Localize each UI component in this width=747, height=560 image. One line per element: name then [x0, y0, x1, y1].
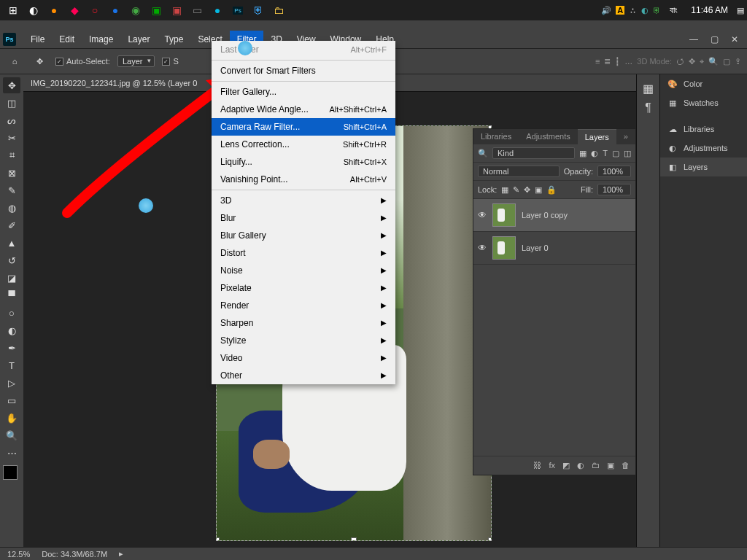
move-tool-icon[interactable]: ✥ [31, 52, 48, 70]
filter-item-other[interactable]: Other▶ [212, 367, 395, 384]
dodge-tool[interactable]: ◐ [3, 322, 20, 338]
panel-libraries[interactable]: ☁Libraries [660, 120, 747, 139]
layer-thumbnail[interactable] [492, 203, 516, 227]
properties-icon[interactable]: ▦ [643, 82, 654, 96]
eraser-tool[interactable]: ◪ [3, 270, 20, 286]
taskbar-app2-icon[interactable]: ◉ [125, 0, 146, 20]
filter-item-blur[interactable]: Blur▶ [212, 209, 395, 227]
doc-size[interactable]: Doc: 34.3M/68.7M [42, 550, 107, 559]
lasso-tool[interactable]: ᔕ [3, 112, 20, 128]
taskbar-imo-icon[interactable]: ● [207, 0, 228, 20]
delete-layer-icon[interactable]: 🗑 [622, 461, 630, 470]
heal-tool[interactable]: ◍ [3, 200, 20, 216]
taskbar-app4-icon[interactable]: ▣ [166, 0, 187, 20]
type-tool[interactable]: T [3, 357, 20, 373]
filter-item-render[interactable]: Render▶ [212, 297, 395, 314]
tray-language[interactable]: বাং [665, 5, 682, 15]
tray-notif-icon[interactable]: ⛬ [629, 6, 637, 15]
filter-item-noise[interactable]: Noise▶ [212, 262, 395, 279]
share-icon[interactable]: ⇪ [735, 57, 741, 66]
lock-nest-icon[interactable]: ▣ [535, 185, 542, 195]
filter-item-3d[interactable]: 3D▶ [212, 192, 395, 209]
layer-thumbnail[interactable] [492, 236, 516, 260]
lock-pos-icon[interactable]: ✥ [524, 185, 530, 195]
align-icon[interactable]: ≡ [595, 57, 600, 66]
taskbar-firefox-icon[interactable]: ● [44, 0, 64, 20]
taskbar-opera-icon[interactable]: ○ [85, 0, 105, 20]
path-select-tool[interactable]: ▷ [3, 375, 20, 391]
filter-item-adaptive-wide-angle[interactable]: Adaptive Wide Angle...Alt+Shift+Ctrl+A [212, 101, 395, 118]
filter-item-pixelate[interactable]: Pixelate▶ [212, 279, 395, 297]
visibility-icon[interactable]: 👁 [478, 243, 487, 253]
tray-app-icon[interactable]: A [616, 6, 624, 15]
panel-tab-adjustments[interactable]: Adjustments [519, 129, 578, 144]
brush-tool[interactable]: ✐ [3, 217, 20, 233]
filter-item-blur-gallery[interactable]: Blur Gallery▶ [212, 227, 395, 244]
pen-tool[interactable]: ✒ [3, 340, 20, 356]
filter-item-vanishing-point[interactable]: Vanishing Point...Alt+Ctrl+V [212, 171, 395, 188]
filter-item-video[interactable]: Video▶ [212, 349, 395, 367]
stamp-tool[interactable]: ▲ [3, 235, 20, 251]
filter-smart-icon[interactable]: ◫ [624, 149, 631, 158]
crop-tool[interactable]: ⌗ [3, 147, 20, 163]
3d-orbit-icon[interactable]: ⭯ [676, 57, 684, 66]
opacity-input[interactable]: 100% [597, 166, 631, 177]
tray-clock[interactable]: 11:46 AM [686, 5, 732, 15]
layer-filter-kind[interactable]: Kind [492, 147, 575, 159]
menu-image[interactable]: Image [82, 31, 120, 48]
more-icon[interactable]: … [624, 57, 632, 66]
tray-defender-icon[interactable]: ⛨ [653, 6, 661, 15]
lock-all-icon[interactable]: 🔒 [546, 185, 557, 195]
align-icon-2[interactable]: ≣ [604, 57, 611, 66]
filter-item-filter-gallery[interactable]: Filter Gallery... [212, 83, 395, 101]
panel-swatches[interactable]: ▦Swatches [660, 93, 747, 112]
fx-icon[interactable]: fx [549, 461, 555, 470]
panel-collapse-icon[interactable]: » [616, 129, 635, 144]
filter-item-distort[interactable]: Distort▶ [212, 244, 395, 262]
filter-item-sharpen[interactable]: Sharpen▶ [212, 314, 395, 332]
group-icon[interactable]: 🗀 [592, 461, 600, 470]
lock-trans-icon[interactable]: ▦ [501, 185, 508, 195]
start-button[interactable]: ⊞ [3, 0, 23, 20]
menu-layer[interactable]: Layer [120, 31, 157, 48]
menu-edit[interactable]: Edit [52, 31, 82, 48]
taskbar-app5-icon[interactable]: ▭ [187, 0, 207, 20]
move-tool[interactable]: ✥ [3, 77, 20, 93]
filter-item-stylize[interactable]: Stylize▶ [212, 332, 395, 349]
auto-select-target-dropdown[interactable]: Layer [117, 55, 155, 67]
background-color[interactable] [8, 470, 23, 485]
history-brush-tool[interactable]: ↺ [3, 252, 20, 268]
new-layer-icon[interactable]: ▣ [607, 461, 614, 470]
menu-file[interactable]: File [23, 31, 52, 48]
menu-type[interactable]: Type [157, 31, 190, 48]
tray-action-center-icon[interactable]: ▤ [737, 6, 744, 15]
zoom-tool[interactable]: 🔍 [3, 427, 20, 443]
character-icon[interactable]: ¶ [645, 101, 651, 114]
filter-item-camera-raw-filter[interactable]: Camera Raw Filter...Shift+Ctrl+A [212, 118, 395, 136]
foreground-color[interactable] [3, 465, 18, 480]
visibility-icon[interactable]: 👁 [478, 210, 487, 220]
adjustment-icon[interactable]: ◐ [577, 461, 584, 470]
filter-shape-icon[interactable]: ▢ [612, 149, 619, 158]
maximize-button[interactable]: ▢ [705, 34, 724, 44]
taskbar-photoshop-icon[interactable]: Ps [228, 0, 248, 20]
close-button[interactable]: ✕ [725, 34, 744, 44]
frame-icon[interactable]: ▢ [723, 57, 730, 66]
layer-name[interactable]: Layer 0 copy [522, 211, 568, 219]
shape-tool[interactable]: ▭ [3, 392, 20, 408]
filter-pixel-icon[interactable]: ▦ [579, 149, 587, 158]
filter-item-lens-correction[interactable]: Lens Correction...Shift+Ctrl+R [212, 136, 395, 153]
home-icon[interactable]: ⌂ [6, 52, 23, 70]
mask-icon[interactable]: ◩ [562, 461, 570, 470]
taskbar-shield-icon[interactable]: ⛨ [248, 0, 268, 20]
tray-idm-icon[interactable]: ◐ [641, 6, 649, 15]
filter-type-icon[interactable]: T [603, 149, 608, 158]
filter-adjust-icon[interactable]: ◐ [591, 149, 598, 158]
edit-toolbar[interactable]: ⋯ [3, 445, 20, 461]
link-layers-icon[interactable]: ⛓ [533, 461, 541, 470]
auto-select-checkbox[interactable]: ✓Auto-Select: [55, 57, 110, 66]
zoom-level[interactable]: 12.5% [7, 550, 30, 559]
blur-tool[interactable]: ○ [3, 305, 20, 321]
panel-color[interactable]: 🎨Color [660, 74, 747, 93]
lock-image-icon[interactable]: ✎ [513, 185, 519, 195]
